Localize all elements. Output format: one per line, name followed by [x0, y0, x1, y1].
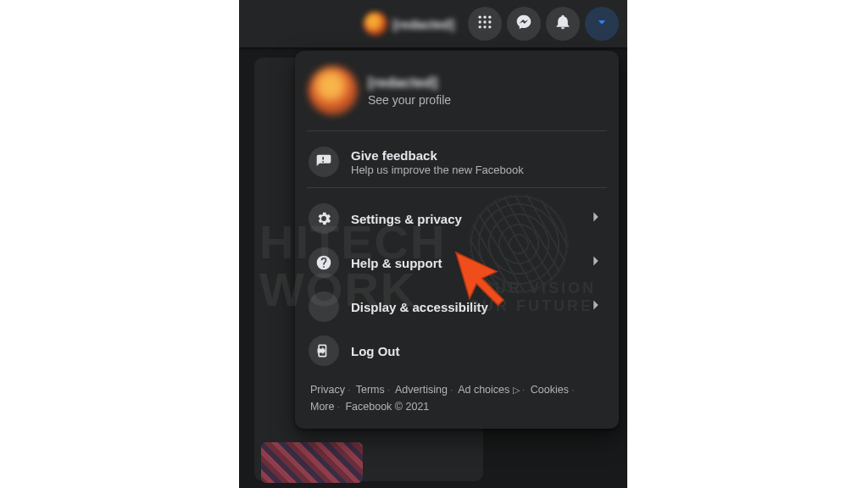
svg-point-4 [483, 20, 486, 23]
menu-item-label: Give feedback [351, 148, 605, 163]
chevron-right-icon [587, 296, 605, 318]
background-feed-photo [261, 442, 363, 483]
menu-profile-link[interactable]: [redacted] See your profile [305, 59, 609, 127]
grid-icon [476, 14, 493, 34]
help-icon [309, 247, 339, 278]
svg-point-6 [479, 25, 481, 28]
profile-chip[interactable]: [redacted] [360, 8, 463, 39]
account-dropdown-menu: [redacted] See your profile Give feedbac… [295, 51, 619, 429]
messenger-button[interactable] [507, 7, 541, 41]
svg-point-0 [479, 16, 481, 19]
svg-point-2 [488, 16, 491, 19]
profile-name: [redacted] [368, 75, 451, 92]
facebook-app-viewport: [redacted] [239, 0, 627, 488]
top-navbar: [redacted] [239, 0, 627, 47]
adchoices-icon: ▷ [513, 385, 520, 395]
avatar [309, 66, 358, 115]
footer-link-adchoices[interactable]: Ad choices [458, 384, 509, 396]
chevron-right-icon [587, 252, 605, 274]
footer-link-cookies[interactable]: Cookies [531, 384, 569, 396]
menu-divider [307, 187, 607, 188]
footer-copyright: Facebook © 2021 [345, 401, 429, 413]
bell-icon [554, 14, 571, 34]
feedback-icon [309, 147, 339, 177]
menu-item-subtitle: Help us improve the new Facebook [351, 164, 605, 176]
account-menu-button[interactable] [585, 7, 619, 41]
menu-footer-links: Privacy· Terms· Advertising· Ad choices … [305, 373, 609, 417]
gear-icon [309, 203, 339, 234]
menu-item-help-support[interactable]: Help & support [305, 241, 609, 285]
profile-subtitle: See your profile [368, 93, 451, 107]
chevron-right-icon [587, 208, 605, 230]
footer-link-more[interactable]: More [310, 401, 334, 413]
footer-link-advertising[interactable]: Advertising [395, 384, 448, 396]
svg-point-7 [483, 25, 486, 28]
menu-item-feedback[interactable]: Give feedback Help us improve the new Fa… [305, 140, 609, 184]
svg-point-3 [479, 20, 481, 23]
notifications-button[interactable] [546, 7, 580, 41]
logout-icon [309, 336, 339, 366]
footer-link-privacy[interactable]: Privacy [310, 384, 345, 396]
svg-point-1 [483, 16, 486, 19]
svg-point-8 [488, 25, 491, 28]
menu-item-label: Display & accessibility [351, 300, 575, 314]
footer-link-terms[interactable]: Terms [356, 384, 385, 396]
menu-item-display-accessibility[interactable]: Display & accessibility [305, 285, 609, 329]
messenger-icon [515, 14, 532, 34]
menu-item-label: Log Out [351, 344, 605, 358]
menu-divider [307, 130, 607, 131]
profile-chip-name: [redacted] [392, 17, 454, 31]
avatar [364, 12, 387, 36]
caret-down-icon [593, 14, 610, 34]
menu-item-settings-privacy[interactable]: Settings & privacy [305, 197, 609, 241]
menu-apps-button[interactable] [468, 7, 502, 41]
menu-item-label: Settings & privacy [351, 212, 575, 226]
menu-item-label: Help & support [351, 256, 575, 270]
moon-icon [309, 291, 339, 322]
menu-item-logout[interactable]: Log Out [305, 329, 609, 373]
svg-point-5 [488, 20, 491, 23]
